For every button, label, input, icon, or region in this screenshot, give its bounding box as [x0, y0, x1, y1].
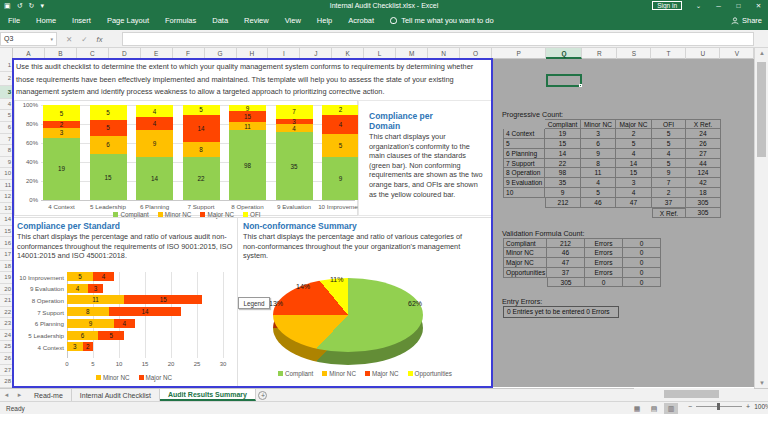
zoom-in-icon[interactable]: + — [746, 403, 750, 410]
validation-cell[interactable]: Errors — [585, 238, 623, 248]
outside-print-area[interactable] — [492, 59, 754, 387]
row-header-20[interactable]: 20 — [0, 284, 13, 296]
row-header-21[interactable]: 21 — [0, 295, 13, 307]
vertical-scrollbar-thumb[interactable] — [757, 62, 766, 157]
row-header-7[interactable]: 7 — [0, 134, 13, 146]
progressive-cell[interactable]: OFI — [652, 119, 686, 129]
row-header-6[interactable]: 6 — [0, 122, 13, 134]
progressive-cell[interactable] — [503, 198, 545, 208]
progressive-cell[interactable]: 15 — [545, 139, 581, 149]
intro-text-cell[interactable]: Use this audit checklist to determine th… — [16, 61, 487, 99]
progressive-cell[interactable]: 212 — [545, 198, 581, 208]
progressive-cell[interactable]: 4 — [616, 149, 652, 159]
progressive-cell[interactable]: 4 — [652, 149, 686, 159]
progressive-cell[interactable]: 11 — [581, 168, 616, 178]
progressive-cell[interactable]: 27 — [686, 149, 721, 159]
share-button[interactable]: Share — [731, 11, 762, 30]
validation-cell[interactable] — [503, 278, 547, 288]
insert-function-icon[interactable]: fx — [97, 35, 103, 44]
progressive-cell[interactable] — [503, 208, 545, 218]
ribbon-tab-acrobat[interactable]: Acrobat — [340, 11, 382, 30]
progressive-cell[interactable]: 5 — [616, 139, 652, 149]
normal-view-icon[interactable]: ▦ — [630, 403, 644, 414]
ribbon-tab-data[interactable]: Data — [204, 11, 236, 30]
progressive-cell[interactable]: 7 — [652, 178, 686, 188]
progressive-cell[interactable]: 22 — [545, 159, 581, 169]
row-header-2[interactable]: 2 — [0, 72, 13, 85]
ribbon-tab-insert[interactable]: Insert — [64, 11, 99, 30]
progressive-cell[interactable]: 305 — [686, 208, 721, 218]
maximize-icon[interactable]: □ — [729, 0, 748, 11]
column-header-P[interactable]: P — [492, 48, 547, 59]
row-header-15[interactable]: 15 — [0, 226, 13, 238]
column-header-Q[interactable]: Q — [546, 48, 582, 59]
row-header-10[interactable]: 10 — [0, 168, 13, 180]
column-header-A[interactable]: A — [13, 48, 45, 59]
validation-cell[interactable]: Errors — [585, 258, 623, 268]
ribbon-tab-view[interactable]: View — [277, 11, 309, 30]
progressive-cell[interactable]: 5 — [652, 139, 686, 149]
row-header-27[interactable]: 27 — [0, 365, 13, 377]
sheet-tab-internal-audit-checklist[interactable]: Internal Audit Checklist — [72, 389, 160, 401]
progressive-cell[interactable]: 14 — [616, 159, 652, 169]
progressive-cell[interactable]: 18 — [686, 188, 721, 198]
progressive-cell[interactable]: 9 — [545, 188, 581, 198]
progressive-cell[interactable]: 5 — [652, 159, 686, 169]
column-header-B[interactable]: B — [45, 48, 77, 59]
select-all-corner[interactable] — [0, 48, 13, 59]
formula-input[interactable] — [122, 32, 754, 46]
column-header-E[interactable]: E — [141, 48, 173, 59]
validation-cell[interactable]: 37 — [547, 268, 585, 278]
validation-cell[interactable]: 0 — [623, 278, 661, 288]
page-break-preview-icon[interactable]: ▥ — [664, 403, 678, 414]
ribbon-tab-file[interactable]: File — [0, 11, 28, 30]
progressive-cell[interactable] — [503, 119, 545, 129]
column-header-V[interactable]: V — [720, 48, 754, 59]
progressive-cell[interactable]: 9 Evaluation — [503, 178, 545, 188]
row-header-24[interactable]: 24 — [0, 330, 13, 342]
progressive-cell[interactable]: 3 — [581, 129, 616, 139]
fill-handle[interactable] — [579, 84, 582, 87]
row-header-4[interactable]: 4 — [0, 99, 13, 111]
progressive-cell[interactable]: Minor NC — [581, 119, 616, 129]
progressive-cell[interactable]: 3 — [616, 178, 652, 188]
column-header-O[interactable]: O — [460, 48, 492, 59]
progressive-cell[interactable]: Major NC — [616, 119, 652, 129]
progressive-cell[interactable]: 8 — [581, 159, 616, 169]
progressive-cell[interactable]: 124 — [686, 168, 721, 178]
progressive-cell[interactable]: 42 — [686, 178, 721, 188]
validation-cell[interactable]: Errors — [585, 268, 623, 278]
row-header-28[interactable]: 28 — [0, 376, 13, 388]
progressive-cell[interactable]: 2 — [616, 129, 652, 139]
progressive-cell[interactable]: 9 — [652, 168, 686, 178]
zoom-slider-thumb[interactable] — [717, 403, 720, 410]
column-header-G[interactable]: G — [205, 48, 237, 59]
validation-cell[interactable]: 0 — [623, 258, 661, 268]
row-header-3[interactable]: 3 — [0, 86, 13, 99]
progressive-cell[interactable] — [616, 208, 652, 218]
validation-cell[interactable]: 46 — [547, 248, 585, 258]
validation-cell[interactable]: Compliant — [503, 238, 547, 248]
row-header-22[interactable]: 22 — [0, 307, 13, 319]
progressive-cell[interactable] — [545, 208, 581, 218]
zoom-slider[interactable] — [696, 406, 742, 407]
row-header-25[interactable]: 25 — [0, 341, 13, 353]
progressive-cell[interactable]: 4 — [616, 188, 652, 198]
column-header-J[interactable]: J — [300, 48, 332, 59]
progressive-cell[interactable]: 9 — [581, 149, 616, 159]
progressive-cell[interactable]: 5 — [581, 188, 616, 198]
progressive-cell[interactable]: 5 Leadership — [503, 139, 545, 149]
progressive-cell[interactable]: 8 Operation — [503, 168, 545, 178]
row-header-23[interactable]: 23 — [0, 318, 13, 330]
sheet-tab-audit-results-summary[interactable]: Audit Results Summary — [160, 389, 256, 401]
ribbon-tab-home[interactable]: Home — [28, 11, 64, 30]
ribbon-display-options-icon[interactable]: ⌄ — [689, 0, 708, 11]
row-header-16[interactable]: 16 — [0, 238, 13, 250]
validation-cell[interactable]: 212 — [547, 238, 585, 248]
row-header-14[interactable]: 14 — [0, 214, 13, 226]
progressive-cell[interactable]: 46 — [581, 198, 616, 208]
chart-compliance-per-standard[interactable]: 05101520253010 Improvement549 Evaluation… — [14, 266, 236, 386]
progressive-cell[interactable]: 7 Support — [503, 159, 545, 169]
sheet-nav-left-icon[interactable]: ◂ — [0, 389, 13, 401]
tell-me-box[interactable]: Tell me what you want to do — [390, 16, 494, 25]
